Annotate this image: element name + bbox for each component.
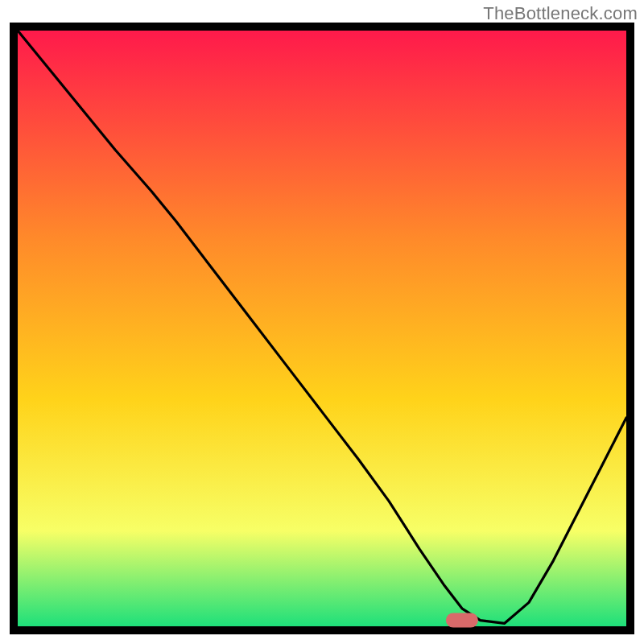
chart-svg xyxy=(10,23,634,634)
plot-frame xyxy=(10,23,634,634)
gradient-background xyxy=(18,31,626,626)
optimal-point-marker xyxy=(446,613,478,628)
chart-container: TheBottleneck.com xyxy=(0,0,644,644)
watermark-label: TheBottleneck.com xyxy=(483,3,638,24)
